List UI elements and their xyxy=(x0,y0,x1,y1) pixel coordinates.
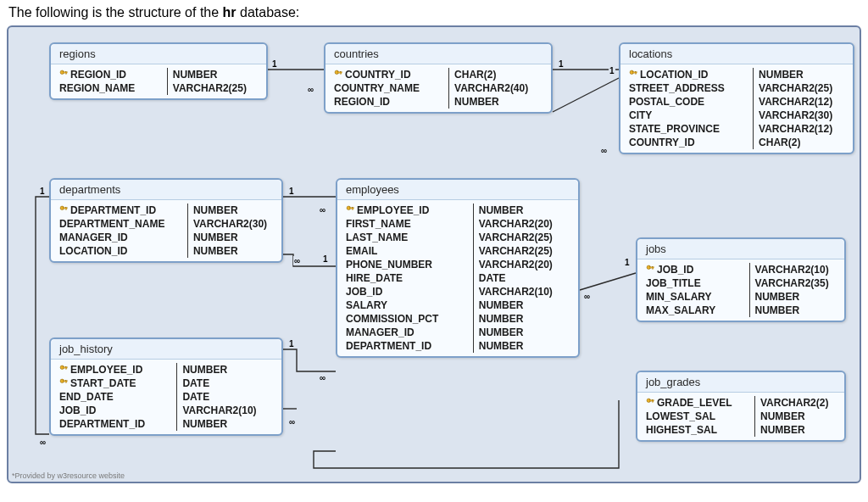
svg-rect-17 xyxy=(653,267,654,270)
entity-title: countries xyxy=(326,44,551,64)
column-name: EMAIL xyxy=(341,244,473,258)
column-type: NUMBER xyxy=(473,298,581,312)
column-type: NUMBER xyxy=(177,363,285,376)
column-name: COMMISSION_PCT xyxy=(341,312,473,326)
table-row: COUNTRY_NAMEVARCHAR2(40) xyxy=(329,81,554,95)
column-name: EMPLOYEE_ID xyxy=(54,363,177,376)
table-row: REGION_IDNUMBER xyxy=(329,95,554,109)
table-row: MANAGER_IDNUMBER xyxy=(341,326,581,339)
entity-title: locations xyxy=(620,44,853,64)
svg-rect-2 xyxy=(66,72,67,75)
column-name: SALARY xyxy=(341,298,473,312)
svg-rect-11 xyxy=(66,208,67,210)
column-name: MIN_SALARY xyxy=(641,290,749,304)
column-type: VARCHAR2(10) xyxy=(473,285,581,298)
entity-countries: countriesCOUNTRY_IDCHAR(2)COUNTRY_NAMEVA… xyxy=(324,42,553,114)
svg-rect-26 xyxy=(653,400,654,403)
column-type: VARCHAR2(40) xyxy=(449,81,554,95)
column-table: GRADE_LEVELVARCHAR2(2)LOWEST_SALNUMBERHI… xyxy=(641,396,848,437)
column-name: REGION_ID xyxy=(54,68,167,81)
column-type: VARCHAR2(12) xyxy=(754,95,856,109)
table-row: JOB_IDVARCHAR2(10) xyxy=(54,404,285,417)
entity-title: jobs xyxy=(637,239,844,259)
column-name: DEPARTMENT_ID xyxy=(54,417,177,431)
cardinality-label: 1 xyxy=(39,187,46,196)
table-row: LAST_NAMEVARCHAR2(25) xyxy=(341,231,581,244)
column-type: VARCHAR2(25) xyxy=(754,81,856,95)
table-row: CITYVARCHAR2(30) xyxy=(624,109,856,122)
column-name: LOCATION_ID xyxy=(54,244,187,258)
column-type: NUMBER xyxy=(749,290,848,304)
table-row: COMMISSION_PCTNUMBER xyxy=(341,312,581,326)
column-name: EMPLOYEE_ID xyxy=(341,204,473,217)
column-type: DATE xyxy=(473,271,581,285)
cardinality-label: ∞ xyxy=(307,85,314,94)
primary-key-icon xyxy=(59,378,69,388)
column-type: NUMBER xyxy=(473,204,581,217)
column-name: HIRE_DATE xyxy=(341,271,473,285)
column-table: EMPLOYEE_IDNUMBERFIRST_NAMEVARCHAR2(20)L… xyxy=(341,204,581,353)
column-type: CHAR(2) xyxy=(754,136,856,149)
column-name: FIRST_NAME xyxy=(341,217,473,231)
table-row: COUNTRY_IDCHAR(2) xyxy=(624,136,856,149)
table-row: FIRST_NAMEVARCHAR2(20) xyxy=(341,217,581,231)
column-type: NUMBER xyxy=(187,244,285,258)
cardinality-label: 1 xyxy=(271,59,278,69)
entity-employees: employeesEMPLOYEE_IDNUMBERFIRST_NAMEVARC… xyxy=(336,178,580,358)
column-type: VARCHAR2(20) xyxy=(473,217,581,231)
column-name: MANAGER_ID xyxy=(341,326,473,339)
entity-jobs: jobsJOB_IDVARCHAR2(10)JOB_TITLEVARCHAR2(… xyxy=(636,237,846,322)
column-type: VARCHAR2(10) xyxy=(749,263,848,276)
table-row: SALARYNUMBER xyxy=(341,298,581,312)
column-type: NUMBER xyxy=(749,304,848,317)
column-table: REGION_IDNUMBERREGION_NAMEVARCHAR2(25) xyxy=(54,68,270,95)
column-table: LOCATION_IDNUMBERSTREET_ADDRESSVARCHAR2(… xyxy=(624,68,856,149)
entity-regions: regionsREGION_IDNUMBERREGION_NAMEVARCHAR… xyxy=(49,42,268,100)
table-row: LOCATION_IDNUMBER xyxy=(624,68,856,81)
column-type: NUMBER xyxy=(167,68,270,81)
column-name: COUNTRY_ID xyxy=(329,68,449,81)
table-row: GRADE_LEVELVARCHAR2(2) xyxy=(641,396,848,410)
column-name: HIGHEST_SAL xyxy=(641,423,755,437)
title-suffix: database: xyxy=(236,5,300,20)
table-row: JOB_TITLEVARCHAR2(35) xyxy=(641,276,848,290)
svg-rect-20 xyxy=(66,367,67,370)
table-row: EMPLOYEE_IDNUMBER xyxy=(54,363,285,376)
cardinality-label: 1 xyxy=(609,66,615,75)
er-diagram: *Provided by w3resource website regionsR… xyxy=(7,25,861,483)
table-row: HIGHEST_SALNUMBER xyxy=(641,423,848,437)
title-prefix: The following is the structure of the xyxy=(8,5,223,20)
cardinality-label: 1 xyxy=(288,339,295,349)
table-row: REGION_IDNUMBER xyxy=(54,68,270,81)
column-type: VARCHAR2(35) xyxy=(749,276,848,290)
column-name: PHONE_NUMBER xyxy=(341,258,473,271)
table-row: HIRE_DATEDATE xyxy=(341,271,581,285)
cardinality-label: ∞ xyxy=(293,256,301,265)
table-row: DEPARTMENT_IDNUMBER xyxy=(54,417,285,431)
primary-key-icon xyxy=(646,398,655,407)
entity-title: job_history xyxy=(51,339,281,360)
column-type: VARCHAR2(2) xyxy=(755,396,849,410)
svg-rect-5 xyxy=(341,72,342,75)
table-row: STATE_PROVINCEVARCHAR2(12) xyxy=(624,122,856,136)
primary-key-icon xyxy=(59,70,69,79)
column-type: NUMBER xyxy=(755,410,849,423)
table-row: JOB_IDVARCHAR2(10) xyxy=(641,263,848,276)
column-name: DEPARTMENT_NAME xyxy=(54,217,187,231)
column-name: END_DATE xyxy=(54,390,177,404)
table-row: EMAILVARCHAR2(25) xyxy=(341,244,581,258)
column-type: NUMBER xyxy=(755,423,849,437)
column-type: DATE xyxy=(177,390,285,404)
column-type: VARCHAR2(20) xyxy=(473,258,581,271)
column-name: STATE_PROVINCE xyxy=(624,122,754,136)
table-row: POSTAL_CODEVARCHAR2(12) xyxy=(624,95,856,109)
table-row: STREET_ADDRESSVARCHAR2(25) xyxy=(624,81,856,95)
column-type: NUMBER xyxy=(187,204,285,217)
column-type: CHAR(2) xyxy=(449,68,554,81)
table-row: END_DATEDATE xyxy=(54,390,285,404)
column-type: VARCHAR2(30) xyxy=(187,217,285,231)
table-row: DEPARTMENT_NAMEVARCHAR2(30) xyxy=(54,217,285,231)
column-type: VARCHAR2(25) xyxy=(473,244,581,258)
table-row: JOB_IDVARCHAR2(10) xyxy=(341,285,581,298)
cardinality-label: ∞ xyxy=(583,292,591,301)
